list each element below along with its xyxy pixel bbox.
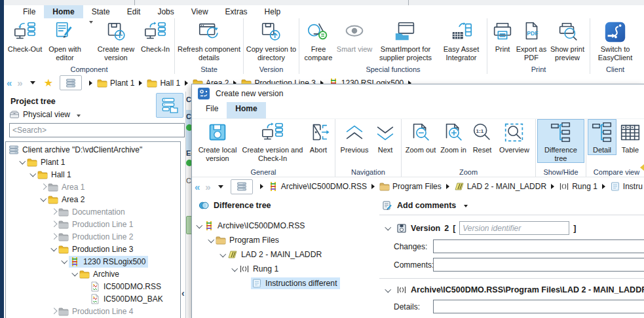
zoom-in-button[interactable]: Zoom in — [438, 120, 469, 154]
next-button[interactable]: Next — [371, 120, 399, 154]
easy-asset-integrator-button[interactable]: Easy Asset Integrator — [438, 19, 485, 62]
expander-icon[interactable] — [39, 183, 48, 192]
expander-icon[interactable] — [60, 257, 69, 266]
component-panel-toggle-button[interactable] — [156, 93, 183, 118]
abort-button[interactable]: Abort — [304, 120, 333, 154]
export-as-pdf-button[interactable]: PDF Export as PDF — [516, 19, 547, 62]
zoom-reset-button[interactable]: 1:1 Reset — [469, 120, 495, 154]
diff-item-archive[interactable]: Archive\IC500DMO.RSS — [192, 219, 377, 233]
breadcrumb-archive-ic500dmo[interactable]: Archive\IC500DMO.RSS — [268, 181, 367, 192]
menu-view[interactable]: View — [183, 5, 217, 18]
copy-version-to-directory-button[interactable]: Copy version to directory — [246, 19, 297, 62]
forward-icon[interactable]: » — [202, 181, 213, 192]
diff-item-lad2[interactable]: LAD 2 - MAIN_LADDR — [192, 247, 377, 262]
back-icon[interactable]: « — [192, 181, 202, 192]
open-with-editor-dropdown[interactable] — [86, 19, 94, 24]
archive-root-button[interactable] — [231, 179, 253, 194]
tree-item-area-1[interactable]: Area 1 — [6, 181, 180, 193]
tree-item-1230-rslogix500[interactable]: 1230 RSLogix500 — [6, 255, 180, 268]
menu-help[interactable]: Help — [256, 5, 290, 18]
expander-icon[interactable] — [39, 195, 48, 204]
tree-item-documentation[interactable]: Documentation — [6, 205, 180, 218]
create-local-version-icon — [205, 120, 230, 145]
add-comments-header[interactable]: Add comments — [379, 196, 644, 215]
history-dropdown-icon[interactable] — [30, 81, 35, 84]
back-icon[interactable]: « — [4, 77, 14, 88]
check-out-button[interactable]: Check-Out — [6, 19, 44, 54]
tree-item-hall-1[interactable]: Hall 1 — [6, 168, 180, 181]
breadcrumb-rung-1[interactable]: Rung 1 — [559, 181, 597, 192]
expander-icon[interactable] — [49, 207, 58, 217]
breadcrumb-lad2-main-laddr[interactable]: LAD 2 - MAIN_LADDR — [454, 181, 546, 192]
collapse-icon[interactable] — [383, 285, 392, 294]
previous-button[interactable]: Previous — [337, 120, 371, 154]
tree-view-selector[interactable]: Physical view — [9, 109, 81, 120]
collapse-icon[interactable] — [383, 224, 392, 233]
menu-state[interactable]: State — [83, 5, 119, 18]
changes-input[interactable] — [433, 239, 644, 253]
check-in-button[interactable]: Check-In — [138, 19, 172, 54]
breadcrumb-plant-1[interactable]: Plant 1 — [97, 78, 134, 88]
show-print-preview-button[interactable]: Show print preview — [547, 19, 588, 62]
tree-item-production-line-4[interactable]: Production Line 4 — [6, 305, 180, 317]
expander-icon[interactable] — [230, 264, 239, 274]
open-with-editor-button[interactable]: Open with editor — [44, 19, 86, 62]
detail-view-button[interactable]: Detail — [588, 120, 616, 154]
difference-tree-toggle-button[interactable]: Difference tree — [538, 120, 584, 162]
create-version-checkin-icon — [260, 120, 285, 145]
refresh-component-details-button[interactable]: Refresh component details — [177, 19, 241, 62]
dialog-menu-home[interactable]: Home — [227, 102, 265, 118]
version-comments-input[interactable] — [433, 258, 644, 272]
menu-home[interactable]: Home — [44, 5, 83, 18]
expander-icon[interactable] — [49, 307, 58, 316]
zoom-out-button[interactable]: Zoom out — [404, 120, 438, 154]
forward-icon[interactable]: » — [14, 77, 25, 88]
tree-item-production-line-3[interactable]: Production Line 3 — [6, 243, 180, 255]
tree-item-plant-1[interactable]: Plant 1 — [6, 156, 180, 168]
dialog-title-bar[interactable]: Create new version — [192, 84, 644, 102]
switch-to-easyclient-button[interactable]: Switch to EasyClient — [592, 19, 638, 62]
expander-icon[interactable] — [18, 158, 27, 167]
expander-icon[interactable] — [218, 250, 227, 259]
expander-icon[interactable] — [70, 270, 79, 279]
version-identifier-input[interactable] — [459, 221, 569, 235]
details-input[interactable] — [433, 300, 644, 313]
history-dropdown-icon[interactable] — [218, 185, 223, 188]
table-view-button[interactable]: Table — [616, 120, 644, 154]
menu-jobs[interactable]: Jobs — [149, 5, 182, 18]
expander-icon[interactable] — [49, 232, 58, 241]
diff-item-program-files[interactable]: Program Files — [192, 233, 377, 247]
menu-extras[interactable]: Extras — [217, 5, 256, 18]
tree-item-archive[interactable]: Archive — [6, 268, 180, 280]
expander-icon[interactable] — [195, 221, 204, 230]
search-input[interactable] — [9, 123, 185, 137]
tree-item-production-line-2[interactable]: Production Line 2 — [6, 230, 180, 243]
diff-item-instructions-different[interactable]: Instructions different — [192, 276, 377, 291]
print-button[interactable]: Print — [489, 19, 516, 54]
tree-item-ic500dmo-bak[interactable]: IC500DMO_BAK — [6, 292, 180, 305]
overview-button[interactable]: Overview — [495, 120, 533, 154]
create-version-and-checkin-button[interactable]: Create version and Check-In — [241, 120, 304, 162]
expander-icon[interactable] — [28, 170, 37, 179]
dialog-menu-file[interactable]: File — [197, 102, 227, 118]
expander-icon[interactable] — [49, 220, 58, 229]
expander-icon[interactable] — [49, 245, 58, 254]
diff-item-rung-1[interactable]: Rung 1 — [192, 262, 377, 276]
breadcrumb-hall-1[interactable]: Hall 1 — [147, 78, 180, 88]
panel-collapse-handle[interactable]: ‹ — [181, 288, 185, 298]
create-local-version-button[interactable]: Create local version — [194, 120, 241, 162]
breadcrumb-program-files[interactable]: Program Files — [379, 181, 442, 192]
tree-item-production-line-1[interactable]: Production Line 1 — [6, 218, 180, 230]
menu-edit[interactable]: Edit — [119, 5, 149, 18]
menu-file[interactable]: File — [14, 5, 44, 18]
archive-root-button[interactable] — [60, 75, 82, 90]
tree-item-area-2[interactable]: Area 2 — [6, 193, 180, 205]
breadcrumb-instructions[interactable]: Instru — [610, 181, 643, 192]
free-compare-button[interactable]: Free compare — [301, 19, 335, 62]
smartimport-button[interactable]: SmartImport for supplier projects — [373, 19, 438, 62]
tree-item-client-archive[interactable]: Client archive "D:\vdClientArchive" — [6, 143, 180, 156]
tree-item-ic500dmo-rss[interactable]: IC500DMO.RSS — [6, 280, 180, 292]
create-new-version-button[interactable]: Create new version — [94, 19, 138, 62]
expander-icon[interactable] — [206, 236, 216, 245]
favorites-star-icon[interactable]: ★ — [40, 77, 57, 89]
